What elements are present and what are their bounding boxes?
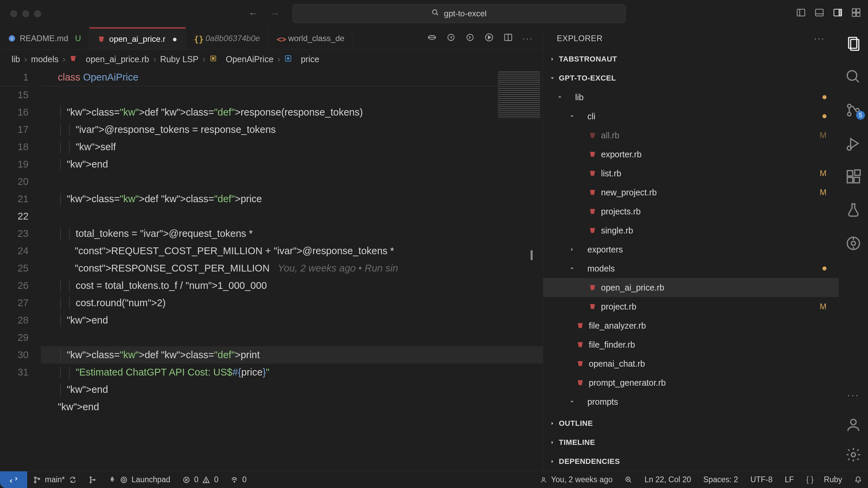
code-line[interactable]: "kw">end [41,398,543,416]
tree-folder[interactable]: cli [543,107,839,126]
code-line[interactable]: │ "kw">end [41,312,543,329]
tab-more-icon[interactable]: ··· [522,34,533,43]
testing-icon[interactable] [845,202,862,218]
close-window[interactable] [10,10,17,17]
tree-file[interactable]: exporter.rb [543,145,839,164]
code-line[interactable] [41,173,543,190]
cursor-zoom-icon[interactable] [619,475,638,484]
code-line[interactable]: │ │ "kw">self [41,138,543,156]
editor-tab[interactable]: open_ai_price.r ● [89,27,186,49]
extensions-icon[interactable] [845,169,862,185]
tree-file[interactable]: file_finder.rb [543,335,839,354]
code-line[interactable]: │ │ "ivar">@response_tokens = response_t… [41,121,543,138]
code-line[interactable]: │ "kw">class="kw">def "kw">class="def">p… [41,346,543,364]
code-line[interactable]: │ "kw">end [41,381,543,398]
code-line[interactable]: │ "kw">end [41,156,543,173]
command-center[interactable]: gpt-to-excel [293,4,626,23]
editor-tab[interactable]: iREADME.md U [0,27,89,49]
code-line[interactable] [41,86,543,104]
breadcrumb[interactable]: lib›models›open_ai_price.rb›Ruby LSP›Ope… [0,50,543,69]
next-change-icon[interactable] [465,33,475,44]
section-root[interactable]: GPT-TO-EXCEL [543,69,839,88]
tree-folder[interactable]: models [543,259,839,278]
code-line[interactable]: "const">RESPONSE_COST_PER_MILLION You, 2… [41,260,543,277]
editor-tab[interactable]: <>world_class_de [268,27,353,49]
run-debug-icon[interactable] [845,135,862,152]
split-editor-icon[interactable] [503,33,513,44]
code-line[interactable]: │ "kw">class="kw">def "kw">class="def">p… [41,190,543,208]
breadcrumb-segment[interactable]: price [301,54,319,64]
tree-file[interactable]: <>v1_world_class_dev.erb [543,411,839,414]
tree-folder[interactable]: prompts [543,392,839,411]
breadcrumb-segment[interactable]: open_ai_price.rb [86,54,149,64]
section-timeline[interactable]: TIMELINE [543,433,839,452]
tree-file[interactable]: project.rbM [543,297,839,316]
tree-file[interactable]: all.rbM [543,126,839,145]
code-line[interactable] [41,329,543,346]
section-dependencies[interactable]: DEPENDENCIES [543,452,839,471]
git-branch[interactable]: main* [27,475,83,484]
code-line[interactable]: │ "kw">class="kw">def "kw">class="def">r… [41,104,543,121]
editor-tab[interactable]: {}0a8b06374b0e [186,27,268,49]
run-icon[interactable] [484,33,494,44]
git-graph-icon[interactable] [83,476,102,484]
minimize-window[interactable] [22,10,29,17]
source-control-icon[interactable]: 5 [845,102,862,118]
section-tabstronaut[interactable]: TABSTRONAUT [543,50,839,69]
code-line[interactable]: │ │ total_tokens = "ivar">@request_token… [41,225,543,242]
tree-file[interactable]: new_project.rbM [543,183,839,202]
diff-icon[interactable] [427,33,437,44]
ellipsis-icon[interactable]: ··· [845,387,862,403]
code-line[interactable] [41,416,543,433]
tree-file[interactable]: prompt_generator.rb [543,373,839,392]
breadcrumb-segment[interactable]: lib [12,54,20,64]
toggle-panel-icon[interactable] [814,7,824,20]
toggle-secondary-sidebar-icon[interactable] [833,7,843,20]
gitlens-icon[interactable] [845,235,862,251]
launchpad[interactable]: Launchpad [102,475,177,484]
sync-icon[interactable] [69,476,77,484]
tree-label: projects.rb [601,207,641,216]
breadcrumb-segment[interactable]: models [31,54,59,64]
indentation[interactable]: Spaces: 2 [697,475,744,484]
nav-forward-icon[interactable]: → [270,8,280,19]
encoding[interactable]: UTF-8 [744,475,779,484]
notifications-icon[interactable] [848,475,868,484]
explorer-more-icon[interactable]: ··· [814,34,825,43]
nav-back-icon[interactable]: ← [248,8,258,19]
tree-file[interactable]: projects.rb [543,202,839,221]
customize-layout-icon[interactable] [851,7,861,20]
eol[interactable]: LF [779,475,800,484]
blame-status[interactable]: You, 2 weeks ago [534,475,619,484]
code-line[interactable]: │ │ cost = total_tokens.to_f / "num">1_0… [41,277,543,294]
language-mode[interactable]: { } Ruby [800,475,848,484]
tree-file[interactable]: file_analyzer.rb [543,316,839,335]
breadcrumb-segment[interactable]: Ruby LSP [160,54,199,64]
code-editor[interactable]: 11516171819202122 232425262728293031 cla… [0,69,543,471]
accounts-icon[interactable] [845,417,862,433]
search-view-icon[interactable] [845,69,862,85]
tree-folder[interactable]: exporters [543,240,839,259]
tree-file[interactable]: openai_chat.rb [543,354,839,373]
breadcrumb-segment[interactable]: OpenAiPrice [226,54,273,64]
tree-file[interactable]: open_ai_price.rb [543,278,839,297]
section-outline[interactable]: OUTLINE [543,414,839,433]
cursor-position[interactable]: Ln 22, Col 20 [638,475,697,484]
tree-file[interactable]: list.rbM [543,164,839,183]
remote-indicator[interactable] [0,471,27,488]
explorer-icon[interactable] [845,35,862,52]
prev-change-icon[interactable] [446,33,456,44]
tree-folder[interactable]: lib [543,88,839,107]
svg-point-41 [34,477,36,478]
settings-gear-icon[interactable] [845,447,862,463]
ports[interactable]: 0 [224,475,253,484]
svg-point-47 [112,478,113,480]
code-line[interactable]: "const">REQUEST_COST_PER_MILLION + "ivar… [41,242,543,260]
toggle-primary-sidebar-icon[interactable] [796,7,806,20]
search-icon [432,9,439,18]
code-line[interactable]: │ │ cost.round("num">2) [41,294,543,312]
problems[interactable]: 0 0 [177,475,225,484]
tree-file[interactable]: single.rb [543,221,839,240]
maximize-window[interactable] [34,10,41,17]
code-line[interactable]: │ │ "Estimated ChatGPT API Cost: US$#{pr… [41,364,543,381]
